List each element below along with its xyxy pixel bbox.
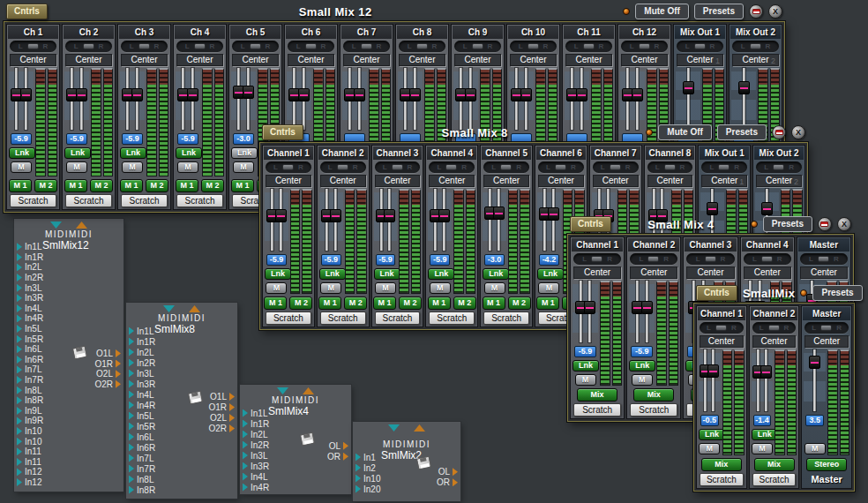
value-readout[interactable]: -5.9 xyxy=(430,254,450,266)
input-port[interactable]: In11 xyxy=(17,457,41,468)
fader-handle[interactable] xyxy=(707,202,718,215)
center-label[interactable]: Center xyxy=(454,54,501,66)
input-port[interactable]: In2R xyxy=(243,439,269,450)
m2-button[interactable]: M 2 xyxy=(289,297,312,310)
fader-track[interactable] xyxy=(434,189,437,251)
pan-control[interactable]: LR xyxy=(700,322,744,334)
pan-knob[interactable] xyxy=(773,164,784,170)
input-port[interactable]: In6R xyxy=(129,442,155,453)
presets-button[interactable]: Presets xyxy=(812,285,862,301)
pan-knob[interactable] xyxy=(392,164,403,170)
pan-knob[interactable] xyxy=(27,43,39,49)
center-label[interactable]: Center xyxy=(744,267,791,279)
fader-handle[interactable] xyxy=(493,206,505,220)
mute-off-button[interactable]: Mute Off xyxy=(658,124,712,140)
value-readout[interactable]: -3.0 xyxy=(484,254,505,266)
m2-button[interactable]: M 2 xyxy=(453,297,476,310)
fader-track[interactable] xyxy=(126,68,129,130)
fader-handle[interactable] xyxy=(384,209,395,222)
fader-track[interactable] xyxy=(813,349,816,411)
input-port[interactable]: In5R xyxy=(17,334,43,344)
pan-control[interactable]: LR xyxy=(454,41,501,52)
fader-track[interactable] xyxy=(191,68,194,130)
center-label[interactable]: Center xyxy=(232,54,279,66)
pan-knob[interactable] xyxy=(282,164,294,170)
fader-track[interactable] xyxy=(380,189,383,251)
mute-button[interactable]: M xyxy=(752,443,773,454)
output-port[interactable]: O2L xyxy=(96,369,121,379)
input-port[interactable]: In2 xyxy=(355,462,376,473)
center-label[interactable]: Center xyxy=(483,175,529,187)
fader-track[interactable] xyxy=(580,281,582,342)
pan-knob[interactable] xyxy=(768,325,780,331)
input-port[interactable]: In9R xyxy=(17,416,43,426)
input-port[interactable]: In1R xyxy=(129,336,155,347)
m2-button[interactable]: M 2 xyxy=(201,179,224,192)
scratch-button[interactable]: Scratch xyxy=(700,473,744,486)
center-label[interactable]: Center xyxy=(266,175,311,187)
input-port[interactable]: In10 xyxy=(17,436,41,447)
value-readout[interactable]: -4.2 xyxy=(539,254,559,266)
scratch-button[interactable]: Scratch xyxy=(483,312,529,325)
fader-track[interactable] xyxy=(293,68,296,130)
m1-button[interactable]: M 1 xyxy=(373,297,396,310)
input-port[interactable]: In1R xyxy=(243,418,269,429)
value-readout[interactable]: 3.5 xyxy=(805,415,824,426)
value-readout[interactable]: -5.9 xyxy=(266,254,287,266)
cntrls-button[interactable]: Cntrls xyxy=(570,216,611,232)
pan-knob[interactable] xyxy=(500,164,512,170)
fader-track[interactable] xyxy=(334,189,337,251)
fader-track[interactable] xyxy=(182,68,184,130)
input-port[interactable]: In1R xyxy=(17,252,43,263)
center-label[interactable]: Center xyxy=(630,267,677,279)
center-label[interactable]: Center xyxy=(752,335,797,348)
pan-knob[interactable] xyxy=(305,43,317,49)
m2-button[interactable]: M 2 xyxy=(399,297,422,310)
scratch-button[interactable]: Scratch xyxy=(375,312,421,325)
fader-track[interactable] xyxy=(743,68,745,130)
fader-handle[interactable] xyxy=(465,88,476,101)
pan-control[interactable]: LR xyxy=(176,41,223,52)
fader-handle[interactable] xyxy=(760,365,772,379)
center-label[interactable]: Center xyxy=(176,54,223,66)
center-label[interactable]: Center xyxy=(647,175,693,187)
value-readout[interactable]: -5.9 xyxy=(376,254,396,266)
pan-control[interactable]: LR xyxy=(701,161,747,173)
pan-control[interactable]: LR xyxy=(621,41,668,52)
center-label[interactable]: Center xyxy=(510,54,557,66)
input-port[interactable]: In4L xyxy=(17,304,41,314)
value-readout[interactable]: -5.9 xyxy=(11,133,32,145)
center-label[interactable]: Center xyxy=(65,54,112,66)
fader-handle[interactable] xyxy=(243,86,254,99)
cntrls-button[interactable]: Cntrls xyxy=(262,124,303,140)
fader-track[interactable] xyxy=(636,281,639,342)
input-port[interactable]: In5L xyxy=(129,410,153,421)
output-port[interactable]: OR xyxy=(437,477,458,488)
input-port[interactable]: In12 xyxy=(17,467,41,477)
pan-control[interactable]: LR xyxy=(756,161,802,173)
scratch-button[interactable]: Scratch xyxy=(10,194,56,207)
pan-knob[interactable] xyxy=(639,43,650,49)
output-port[interactable]: OL xyxy=(438,467,458,477)
scratch-button[interactable]: Scratch xyxy=(176,194,223,207)
mute-button[interactable]: M xyxy=(484,282,505,294)
input-port[interactable]: In6L xyxy=(17,344,41,355)
input-port[interactable]: In11 xyxy=(17,447,41,457)
fader-track[interactable] xyxy=(626,68,629,130)
fader-handle[interactable] xyxy=(738,81,750,94)
fader-track[interactable] xyxy=(136,68,138,130)
collapse-triangle-icon[interactable] xyxy=(50,221,62,229)
input-port[interactable]: In6L xyxy=(129,432,153,442)
pan-control[interactable]: LR xyxy=(752,322,797,334)
input-port[interactable]: In1L xyxy=(129,326,153,336)
input-port[interactable]: In8L xyxy=(17,385,41,395)
fader-handle[interactable] xyxy=(761,202,773,215)
output-port[interactable]: O1R xyxy=(94,358,121,369)
m1-button[interactable]: M 1 xyxy=(428,297,451,310)
fader-handle[interactable] xyxy=(275,209,287,222)
center-label[interactable]: Center xyxy=(121,54,168,66)
center-label[interactable]: Center xyxy=(573,267,621,279)
value-readout[interactable]: -5.9 xyxy=(631,346,653,357)
output-port[interactable]: OR xyxy=(327,451,348,462)
collapse-triangle-icon[interactable] xyxy=(163,305,175,312)
